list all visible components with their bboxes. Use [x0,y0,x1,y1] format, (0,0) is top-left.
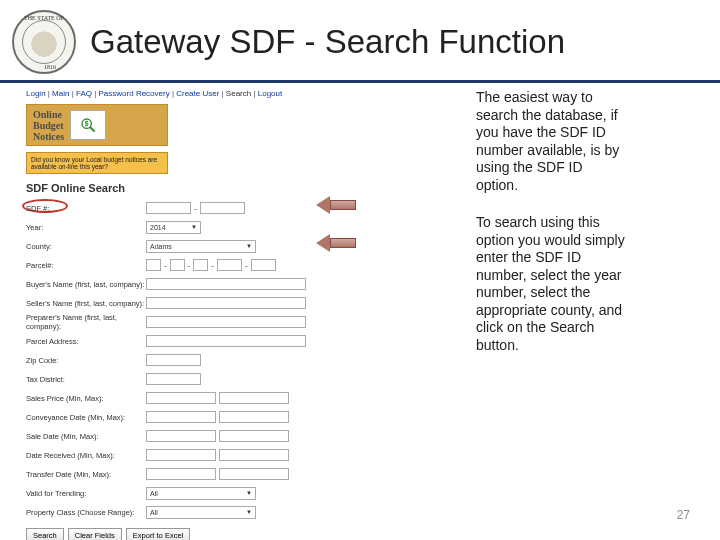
notice-bar: Did you know your Local budget notices a… [26,152,168,174]
page-title: Gateway SDF - Search Function [90,23,565,61]
propclass-select[interactable]: All▼ [146,506,256,519]
parcel-2[interactable] [170,259,185,271]
buyer-input[interactable] [146,278,306,290]
label-sprice: Sales Price (Min, Max): [26,394,146,403]
tdate-max[interactable] [219,468,289,480]
search-button[interactable]: Search [26,528,64,540]
banner-text: OnlineBudgetNotices [27,109,64,142]
zip-input[interactable] [146,354,201,366]
paragraph-2: To search using this option you would si… [476,214,626,354]
label-tdate: Transfer Date (Min, Max): [26,470,146,479]
seal-top-text: THE STATE OF [14,15,74,21]
nav-login[interactable]: Login [26,89,46,98]
label-preparer: Preparer's Name (first, last, company): [26,313,146,331]
label-pclass: Property Class (Choose Range): [26,508,146,517]
nav-search: Search [226,89,251,98]
slide-header: THE STATE OF Gateway SDF - Search Functi… [0,0,720,83]
export-excel-button[interactable]: Export to Excel [126,528,190,540]
nav-create[interactable]: Create User [176,89,219,98]
label-parcel: Parcel#: [26,261,146,270]
label-convdate: Conveyance Date (Min, Max): [26,413,146,422]
clear-fields-button[interactable]: Clear Fields [68,528,122,540]
slide-body: Login | Main | FAQ | Password Recovery |… [0,83,720,540]
nav-faq[interactable]: FAQ [76,89,92,98]
budget-notices-banner: OnlineBudgetNotices $ [26,104,168,146]
sdf-part1-input[interactable] [146,202,191,214]
county-select[interactable]: Adams▼ [146,240,256,253]
paddr-input[interactable] [146,335,306,347]
taxdist-input[interactable] [146,373,201,385]
sdate-min[interactable] [146,430,216,442]
label-buyer: Buyer's Name (first, last, company): [26,280,146,289]
label-sdfid: SDF #: [26,204,146,213]
page-number: 27 [677,508,690,522]
dollar-magnify-icon: $ [70,110,106,140]
svg-text:$: $ [85,120,89,128]
sdf-part2-input[interactable] [200,202,245,214]
annotation-arrow-county [316,234,356,252]
explanation-pane: The easiest way to search the database, … [476,89,626,540]
state-seal: THE STATE OF [12,10,76,74]
parcel-5[interactable] [251,259,276,271]
sprice-max[interactable] [219,392,289,404]
sdate-max[interactable] [219,430,289,442]
label-paddr: Parcel Address: [26,337,146,346]
breadcrumb-nav: Login | Main | FAQ | Password Recovery |… [26,89,446,98]
label-county: County: [26,242,146,251]
preparer-input[interactable] [146,316,306,328]
convdate-min[interactable] [146,411,216,423]
nav-logout[interactable]: Logout [258,89,282,98]
nav-main[interactable]: Main [52,89,69,98]
annotation-arrow-sdfid [316,196,356,214]
search-form: SDF #: - Year:2014▼ County:Adams▼ Parcel… [26,200,446,540]
sprice-min[interactable] [146,392,216,404]
tdate-min[interactable] [146,468,216,480]
screenshot-pane: Login | Main | FAQ | Password Recovery |… [26,89,446,540]
svg-line-1 [90,127,95,132]
search-form-title: SDF Online Search [26,182,446,194]
parcel-3[interactable] [193,259,208,271]
parcel-1[interactable] [146,259,161,271]
label-drecv: Date Received (Min, Max): [26,451,146,460]
label-sdate: Sale Date (Min, Max): [26,432,146,441]
drecv-max[interactable] [219,449,289,461]
parcel-4[interactable] [217,259,242,271]
nav-pw[interactable]: Password Recovery [99,89,170,98]
label-zip: Zip Code: [26,356,146,365]
label-year: Year: [26,223,146,232]
label-trend: Valid for Trending: [26,489,146,498]
drecv-min[interactable] [146,449,216,461]
label-seller: Seller's Name (first, last, company): [26,299,146,308]
seller-input[interactable] [146,297,306,309]
label-taxdist: Tax District: [26,375,146,384]
trending-select[interactable]: All▼ [146,487,256,500]
year-select[interactable]: 2014▼ [146,221,201,234]
convdate-max[interactable] [219,411,289,423]
paragraph-1: The easiest way to search the database, … [476,89,626,194]
button-bar: Search Clear Fields Export to Excel [26,528,446,540]
